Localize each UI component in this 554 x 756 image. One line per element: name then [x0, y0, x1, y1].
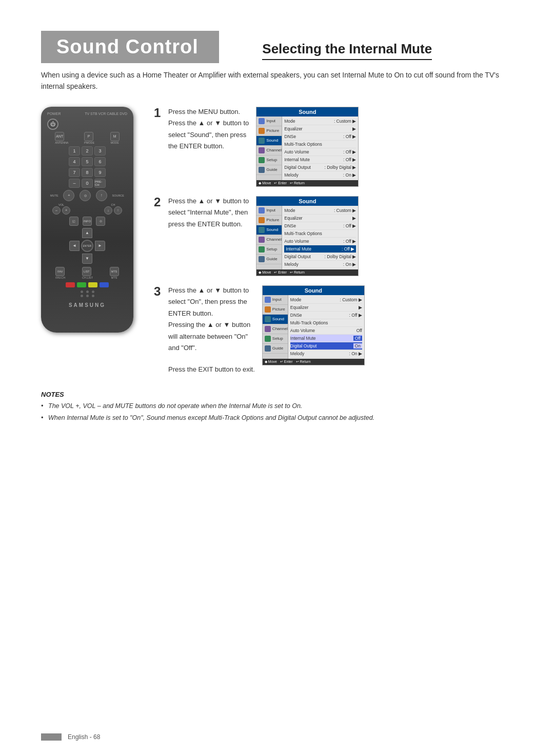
menu3-digital: Digital OutputOn	[290, 342, 362, 350]
note-item-1: The VOL +, VOL – and MUTE buttons do not…	[41, 401, 523, 411]
num-1[interactable]: 1	[69, 146, 80, 156]
guide-icon-3	[265, 345, 271, 352]
menu-item-digital: Digital Output: Dolby Digital ▶	[284, 164, 356, 171]
menu-item-dnse: DNSe: Off ▶	[284, 133, 356, 141]
num-0[interactable]: 0	[82, 179, 93, 188]
menu2-mode: Mode: Custom ▶	[284, 207, 356, 215]
tv-menu-2-content: Mode: Custom ▶ Equalizer▶ DNSe: Off ▶ Mu…	[282, 206, 358, 269]
samsung-brand: SAMSUNG	[47, 302, 127, 308]
blue-button[interactable]	[100, 282, 109, 287]
menu3-equalizer: Equalizer▶	[290, 304, 362, 312]
num-5[interactable]: 5	[82, 157, 93, 166]
menu2-melody: Melody: On ▶	[284, 261, 356, 268]
tv-menu-1-header: Sound	[256, 107, 358, 117]
power-button[interactable]	[47, 119, 58, 130]
notes-title: NOTES	[41, 391, 523, 398]
step-2-number: 2	[154, 196, 164, 208]
vol-down-button[interactable]: –	[52, 206, 61, 215]
sidebar2-guide: Guide	[256, 255, 282, 264]
ch-up-2[interactable]: ↑	[114, 206, 122, 215]
mode-button[interactable]: M	[110, 132, 120, 141]
num-prech[interactable]: PRE-CH	[94, 179, 106, 188]
remote-control: POWER TV STB VCR CABLE DVD ANT ANTENNA P…	[41, 107, 133, 333]
nav-cross: ▲ ▼ ◄ ► ENTER	[69, 228, 105, 264]
num-2[interactable]: 2	[82, 146, 93, 156]
num-9[interactable]: 9	[94, 168, 106, 177]
step-3-content: 3 Press the ▲ or ▼ button to select "On"…	[154, 285, 365, 376]
mts-button[interactable]: MTS	[110, 267, 119, 276]
mute-source-row: MUTE + ◎ ↑ SOURCE	[47, 190, 127, 201]
menu2-internalmute-highlighted: Internal Mute: Off ▶	[284, 245, 356, 253]
sidebar2-picture: Picture	[256, 216, 282, 225]
menu3-multitrack: Multi-Track Options	[290, 319, 362, 327]
channel-icon	[259, 147, 265, 153]
menu3-dnse: DNSe: Off ▶	[290, 312, 362, 319]
sidebar2-sound-active: Sound	[256, 225, 282, 235]
sidebar-input: Input	[256, 117, 282, 126]
vol-ring[interactable]: ◎	[80, 190, 91, 201]
guide-icon-2	[259, 256, 265, 262]
num-6[interactable]: 6	[94, 157, 106, 166]
yellow-button[interactable]	[88, 282, 97, 287]
color-buttons-row	[47, 282, 127, 287]
menu3-mode: Mode: Custom ▶	[290, 296, 362, 304]
aspect-button[interactable]: ◱	[69, 217, 78, 226]
nav-up-button[interactable]: ▲	[82, 228, 92, 238]
dot-6	[92, 295, 94, 297]
fav-ch-button[interactable]: FAV	[55, 267, 65, 276]
enter-button[interactable]: ENTER	[81, 240, 93, 252]
num-dash[interactable]: –	[69, 179, 80, 188]
nav-left-button[interactable]: ◄	[69, 241, 80, 251]
menu-item-internalmute: Internal Mute: Off ▶	[284, 156, 356, 164]
sidebar2-channel: Channel	[256, 235, 282, 245]
pmode-button[interactable]: P	[84, 132, 93, 141]
dot-4	[81, 295, 83, 297]
tv-menu-2-footer: ◆ Move ↵ Enter ↩ Return	[256, 269, 358, 276]
step-2-content: 2 Press the ▲ or ▼ button to select "Int…	[154, 196, 359, 276]
step-1-text: Press the MENU button. Press the ▲ or ▼ …	[168, 107, 249, 153]
info-button[interactable]: INFO	[83, 217, 92, 226]
page-title: Sound Control	[56, 36, 199, 58]
tv-menu-1: Sound Input Picture	[256, 107, 359, 187]
nav-right-button[interactable]: ►	[95, 241, 105, 251]
ch-list-button[interactable]: LIST	[82, 267, 91, 276]
tv-menu-2-sidebar: Input Picture Sound	[256, 206, 282, 269]
step-1-number: 1	[154, 107, 164, 119]
input-icon-3	[265, 297, 271, 303]
tv-menu-1-content: Mode: Custom ▶ Equalizer▶ DNSe: Off ▶ Mu…	[282, 117, 358, 180]
ch-down-button[interactable]: ↓	[104, 206, 112, 215]
dots-row-2	[47, 295, 127, 297]
sidebar3-guide: Guide	[263, 344, 288, 354]
menu2-digital: Digital Output: Dolby Digital ▶	[284, 253, 356, 261]
extra-button[interactable]: ⊙	[96, 217, 105, 226]
tv-menu-3-body: Input Picture Sound	[263, 295, 364, 359]
vol-up-2[interactable]: +	[62, 206, 70, 215]
menu3-melody: Melody: On ▶	[290, 350, 362, 358]
num-8[interactable]: 8	[82, 168, 93, 177]
dot-3	[92, 290, 94, 293]
sidebar-sound-active: Sound	[256, 136, 282, 146]
section-title: Selecting the Internal Mute	[262, 41, 432, 60]
num-7[interactable]: 7	[69, 168, 80, 177]
antenna-button[interactable]: ANT	[55, 132, 64, 141]
remote-power-row	[47, 119, 127, 130]
tv-menu-2: Sound Input Picture	[256, 196, 359, 276]
sound-icon-2	[259, 227, 265, 233]
num-4[interactable]: 4	[69, 157, 80, 166]
menu2-equalizer: Equalizer▶	[284, 215, 356, 222]
num-3[interactable]: 3	[94, 146, 106, 156]
ch-up-button[interactable]: ↑	[96, 190, 107, 201]
dots-row-1	[47, 290, 127, 293]
setup-icon	[259, 157, 265, 163]
setup-icon-3	[265, 336, 271, 342]
red-button[interactable]	[66, 282, 75, 287]
green-button[interactable]	[77, 282, 86, 287]
sidebar2-setup: Setup	[256, 245, 282, 255]
tv-menu-1-footer: ◆ Move ↵ Enter ↩ Return	[256, 180, 358, 186]
note-item-2: When Internal Mute is set to "On", Sound…	[41, 413, 523, 423]
setup-icon-2	[259, 246, 265, 253]
antenna-row: ANT ANTENNA P PMODE M MODE	[47, 132, 127, 144]
vol-up-button[interactable]: +	[63, 190, 74, 201]
input-icon-2	[259, 207, 265, 214]
nav-down-button[interactable]: ▼	[82, 254, 92, 264]
